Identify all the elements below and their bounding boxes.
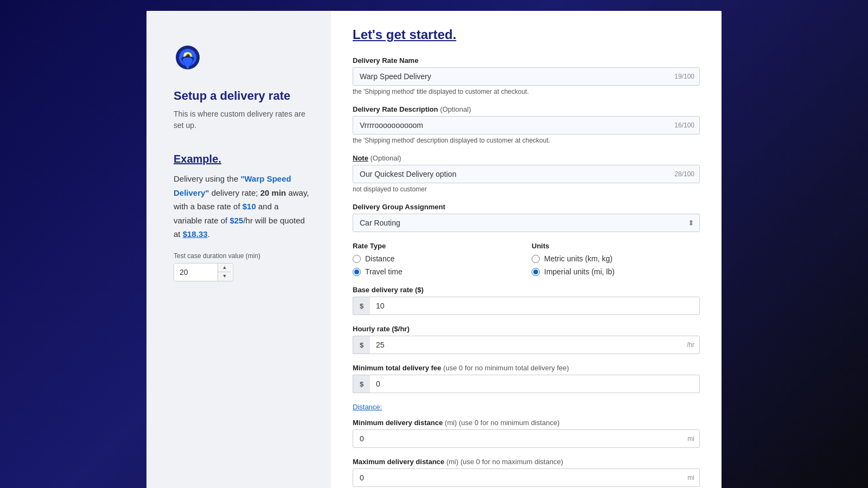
delivery-group-label: Delivery Group Assignment [353,203,700,211]
spinner-buttons: ▲ ▼ [218,264,231,281]
delivery-rate-name-wrapper: 19/100 [353,67,700,86]
note-group: Note (Optional) 28/100 not displayed to … [353,154,700,193]
delivery-rate-desc-optional: (Optional) [440,105,471,113]
note-charcount: 28/100 [674,170,694,178]
main-container: Setup a delivery rate This is where cust… [146,11,722,488]
rate-type-radio-group: Distance Travel time [353,254,521,276]
delivery-group-select[interactable]: Car Routing Bike Routing Walk Routing [353,214,700,232]
delivery-rate-desc-group: Delivery Rate Description (Optional) 16/… [353,105,700,144]
max-distance-suffix: mi [687,474,694,481]
rate-type-col: Rate Type Distance Travel time [353,242,521,276]
example-base: $10 [242,202,256,211]
units-imperial-radio[interactable] [532,268,540,276]
rate-type-title: Rate Type [353,242,521,250]
logo-icon [174,43,309,89]
hourly-rate-suffix: /hr [687,341,694,349]
min-distance-label: Minimum delivery distance (mi) (use 0 fo… [353,419,700,427]
rate-type-distance-radio[interactable] [353,255,361,263]
max-distance-group: Maximum delivery distance (mi) (use 0 fo… [353,458,700,487]
hourly-rate-input[interactable] [353,336,700,354]
page-title: Let's get started. [353,27,700,42]
delivery-rate-desc-label: Delivery Rate Description (Optional) [353,105,700,113]
min-distance-input[interactable] [353,429,700,448]
base-delivery-rate-label: Base delivery rate ($) [353,286,700,294]
hourly-rate-group: Hourly rate ($/hr) $ /hr [353,325,700,354]
units-col: Units Metric units (km, kg) Imperial uni… [532,242,700,276]
delivery-rate-name-hint: the 'Shipping method' title displayed to… [353,88,700,95]
spinner-up[interactable]: ▲ [218,264,231,272]
rate-type-distance-text: Distance [365,254,394,263]
rate-type-travel-text: Travel time [365,267,403,276]
delivery-group-group: Delivery Group Assignment Car Routing Bi… [353,203,700,232]
test-case-label: Test case duration value (min) [174,252,309,260]
example-total: $18.33 [183,229,208,239]
min-total-fee-prefix: $ [353,375,370,393]
base-dollar-prefix: $ [353,297,370,315]
delivery-rate-desc-wrapper: 16/100 [353,116,700,134]
note-optional: (Optional) [371,154,401,162]
delivery-rate-desc-input[interactable] [353,116,700,134]
hourly-dollar-prefix: $ [353,336,370,354]
delivery-rate-desc-charcount: 16/100 [674,121,694,129]
min-distance-wrapper: mi [353,429,700,448]
example-text: Delivery using the "Warp Speed Delivery"… [174,172,309,241]
units-metric-label[interactable]: Metric units (km, kg) [532,254,700,263]
rate-type-travel-label[interactable]: Travel time [353,267,521,276]
min-distance-suffix: mi [687,435,694,442]
hourly-rate-label: Hourly rate ($/hr) [353,325,700,333]
min-total-fee-hint-inline: (use 0 for no minimum total delivery fee… [443,364,569,372]
delivery-rate-name-group: Delivery Rate Name 19/100 the 'Shipping … [353,56,700,95]
example-end: . [208,229,210,239]
example-line1: Delivery using the [174,174,240,183]
rate-type-travel-radio[interactable] [353,268,361,276]
min-total-fee-wrapper: $ [353,375,700,393]
min-distance-group: Minimum delivery distance (mi) (use 0 fo… [353,419,700,448]
units-metric-text: Metric units (km, kg) [544,254,612,263]
units-imperial-label[interactable]: Imperial units (mi, lb) [532,267,700,276]
base-delivery-rate-wrapper: $ [353,297,700,315]
spinner-down[interactable]: ▼ [218,272,231,281]
min-total-fee-group: Minimum total delivery fee (use 0 for no… [353,364,700,393]
max-distance-label: Maximum delivery distance (mi) (use 0 fo… [353,458,700,466]
rate-type-units-row: Rate Type Distance Travel time Units [353,242,700,276]
delivery-rate-name-input[interactable] [353,67,700,86]
base-delivery-rate-input[interactable] [353,297,700,315]
rate-type-distance-label[interactable]: Distance [353,254,521,263]
max-distance-unit-hint: (mi) (use 0 for no maximum distance) [446,458,563,466]
example-heading: Example. [174,153,309,165]
max-distance-wrapper: mi [353,468,700,487]
right-panel: Let's get started. Delivery Rate Name 19… [331,11,722,488]
hourly-rate-wrapper: $ /hr [353,336,700,354]
min-total-fee-label: Minimum total delivery fee (use 0 for no… [353,364,700,372]
max-distance-input[interactable] [353,468,700,487]
note-hint: not displayed to customer [353,185,700,193]
base-delivery-rate-group: Base delivery rate ($) $ [353,286,700,315]
example-time: 20 min [260,188,286,197]
min-total-fee-input[interactable] [353,375,700,393]
delivery-rate-name-label: Delivery Rate Name [353,56,700,65]
left-panel: Setup a delivery rate This is where cust… [146,11,331,488]
svg-point-4 [184,53,187,56]
units-metric-radio[interactable] [532,255,540,263]
note-label: Note (Optional) [353,154,700,162]
example-variable: $25 [229,216,243,225]
delivery-rate-desc-hint: the 'Shipping method' description displa… [353,137,700,144]
setup-desc: This is where custom delivery rates are … [174,108,309,131]
units-radio-group: Metric units (km, kg) Imperial units (mi… [532,254,700,276]
units-title: Units [532,242,700,250]
setup-title: Setup a delivery rate [174,89,309,103]
test-case-spinner[interactable]: 20 ▲ ▼ [174,263,233,281]
delivery-rate-name-charcount: 19/100 [674,73,694,80]
note-input[interactable] [353,165,700,183]
example-line2: delivery rate; [209,188,260,197]
distance-link[interactable]: Distance: [353,403,700,411]
test-case-input[interactable]: 20 [174,264,218,281]
delivery-group-select-wrapper: Car Routing Bike Routing Walk Routing ⬍ [353,214,700,232]
note-wrapper: 28/100 [353,165,700,183]
units-imperial-text: Imperial units (mi, lb) [544,267,615,276]
min-distance-unit-hint: (mi) (use 0 for no minimum distance) [445,419,560,427]
